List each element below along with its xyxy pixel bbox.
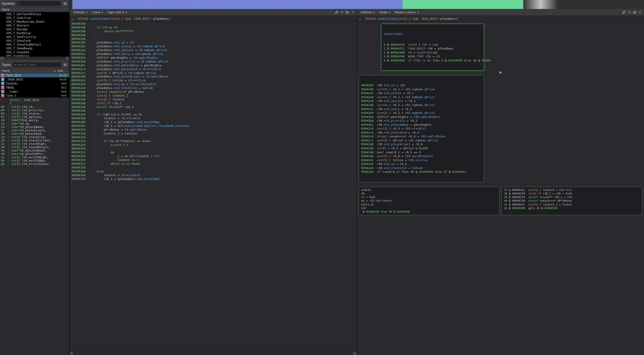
view-dropdown[interactable]: Medium Level IL▼ <box>393 10 421 15</box>
scroll-right-icon[interactable] <box>353 352 356 355</box>
types-menu-icon[interactable] <box>63 63 68 67</box>
struct-field[interactable]: 10 FUNCPTR td_entry; <box>0 119 69 122</box>
graph-line[interactable]: 050429c r30->td_status = r0_1 <box>361 91 482 95</box>
struct-field[interactable]: 44 int32_t td_errorStatus; <box>0 162 69 166</box>
code-line[interactable]: 00504294pTaskDesc->td_id = r3 <box>70 41 357 45</box>
struct-field[interactable]: 24 int32_t td_stackSize; <box>0 135 69 139</box>
struct-field[interactable]: 0c int32_t td_options; <box>0 115 69 119</box>
code-line[interactable]: 005042e8 lockCnt = r3->lockCnt <box>70 173 357 177</box>
symbol-item[interactable]: VOS_T_GetTaskIDInSys <box>0 12 69 16</box>
types-col-size[interactable]: Size <box>56 68 69 73</box>
scroll-right-icon[interactable] <box>66 57 69 60</box>
view-dropdown[interactable]: VxWorks▼ <box>359 10 377 15</box>
symbols-list[interactable]: Name VOS_T_GetTaskIDInSysVOS_T_IsActiveV… <box>0 7 69 57</box>
code-line[interactable]: 005042e8struct semaphore* pPriMutex <box>70 90 357 94</box>
graph-line[interactable]: 2 @ 00504280 r3 = taskTcb(tid) <box>384 51 482 55</box>
graph-line[interactable]: 05042cc uint32_t qPriv2 = r31->qNode.qPr… <box>361 139 482 143</box>
struct-field[interactable]: 14 char* td_sp; <box>0 122 69 125</box>
code-line[interactable]: 0050429cpTaskDesc->td_status = r3->qNode… <box>70 45 357 49</box>
graph-line[interactable]: 38 @ 005042f0 int32_t* r28_1 = r30 + 0x4… <box>504 192 640 195</box>
view-dropdown[interactable]: Graph▼ <box>378 10 392 15</box>
graph-node-right[interactable]: 37 @ 005042ec uint32_t lockCnt = r31->lo… <box>502 187 642 215</box>
graph-line[interactable]: 40 @ 005042f8 struct semaphore* pPriMute… <box>504 199 640 203</box>
code-line[interactable]: 0050432c while (i == 0xee) <box>70 162 357 166</box>
graph-line[interactable]: @ 0x504330 else 59 @ 0x504320 <box>361 210 497 214</box>
symbol-item[interactable]: VOS_T_ShowTaskDetail <box>0 43 69 46</box>
feature-map[interactable] <box>70 0 644 9</box>
code-line[interactable]: 0050432c do <box>70 151 357 154</box>
graph-line[interactable]: 05042ac r30->td_entry = r0_2 <box>361 107 482 111</box>
code-line[interactable]: 00504308 r28_1 = &pTaskDesc->td_excStkMg… <box>70 120 357 124</box>
close-icon[interactable]: ✕ <box>350 10 355 15</box>
link-icon[interactable]: 🔗 <box>334 10 339 15</box>
pane-menu-icon[interactable] <box>632 11 637 14</box>
symbols-search[interactable]: ⌕ <box>16 1 61 6</box>
graph-line[interactable]: 41 @ 005042fc uint32_t lockCnt_1 = lockC… <box>504 203 640 206</box>
graph-line[interactable]: 4 @ 00504288 if (r31 != 0) then 5 @ 0x50… <box>384 59 482 63</box>
code-line[interactable]: 005042ccuint32_t qPriv2 = r3->qNode.qPri… <box>70 71 357 75</box>
mlil-func-sig[interactable]: ↻ STATUS taskInfoGet(int32_t tid, TASK_D… <box>357 16 644 22</box>
split-icon[interactable]: ⧉ <box>627 10 632 15</box>
pane-menu-icon[interactable] <box>345 11 350 14</box>
refresh-icon[interactable]: ↻ <box>359 18 361 21</box>
code-line[interactable]: 005042dcuint32_t tslice = r3->tslice <box>70 79 357 83</box>
graph-line[interactable]: 39 @ 005042f4 struct dlnode** r29_1 = r3… <box>504 195 640 199</box>
code-line[interactable]: 00504288 return 0xffffffff <box>70 30 357 33</box>
type-row[interactable]: Ttime_t0x4 <box>0 94 69 98</box>
hlil-func-sig[interactable]: ↻ STATUS taskInfoGet(int32_t tid, TASK_D… <box>70 16 357 22</box>
graph-line[interactable]: 05042a8 uint32_t r0_2 = r31->qNode.qPriv… <box>361 103 482 107</box>
struct-field[interactable]: 28 int32_t td_stackCurrent; <box>0 139 69 142</box>
sort-icon[interactable]: ▲ <box>54 69 56 72</box>
code-line[interactable]: 005042a4pTaskDesc->td_options = r3->qNod… <box>70 49 357 52</box>
graph-line[interactable]: 3 @ 00504284 WIND_TCB* r31 = r3 <box>384 55 482 59</box>
code-line[interactable]: 00504320 i = zx.d(*(lockCnt + 1)) <box>70 154 357 158</box>
code-line[interactable]: 005042e8if ((qPriv2 & 0x100) == 0) <box>70 113 357 117</box>
graph-line[interactable]: 05042bc r30->td_pStackBase = pAccRights <box>361 123 482 127</box>
struct-field[interactable]: 30 int32_t td_stackMargin; <box>0 145 69 149</box>
struct-field[interactable]: 2c int32_t td_stackHigh; <box>0 142 69 145</box>
code-line[interactable]: 00504320 <box>70 147 357 151</box>
type-row[interactable]: S__timer0x0 <box>0 89 69 94</box>
graph-line[interactable]: 05042e4 r30->td_stackSize = tslice <box>361 166 482 170</box>
code-line[interactable]: 00504320 if (zx.d(*lockCnt) == 0xee) <box>70 139 357 143</box>
code-line[interactable]: 005042e8struct dlnode** r29_1 <box>70 105 357 109</box>
graph-line[interactable]: 31 + 0xdc <box>361 195 497 199</box>
struct-field[interactable]: 08 int32_t td_status; <box>0 112 69 115</box>
code-line[interactable]: 005042e8uint32_t lockCnt <box>70 98 357 102</box>
types-search[interactable]: ⌕ <box>12 62 61 67</box>
graph-line[interactable]: 05042d4 int32_t r0_5 = qPriv2 & 0x100 <box>361 146 482 150</box>
code-line[interactable]: 005042e8uint32_t lockCnt_1 <box>70 94 357 98</box>
graph-line[interactable]: ockCnt <box>361 188 497 192</box>
struct-field[interactable]: 38 char* td_pExcStkPtr; <box>0 152 69 156</box>
symbol-item[interactable]: VOS_T_Suspend <box>0 50 69 54</box>
graph-line[interactable]: 0504294 r30->td_id = r31 <box>361 83 482 87</box>
graph-line[interactable]: 0504298 uint32_t r0_1 = r31->qNode.qPriv… <box>361 87 482 92</box>
symbol-item[interactable]: VOS_T_SomeReady <box>0 46 69 50</box>
code-line[interactable]: 005042e8else <box>70 170 357 173</box>
graph-line[interactable]: 05042a4 r30->td_options = r9_1 <box>361 99 482 103</box>
split-icon[interactable]: ⧉ <box>340 10 344 15</box>
struct-field[interactable]: 18 char* td_pStackBase; <box>0 125 69 129</box>
code-line[interactable]: 0050430c r29_1 = &r3->selectSem.objCore.… <box>70 124 357 128</box>
symbols-hscroll[interactable] <box>0 57 69 60</box>
mlil-graph[interactable]: taskInfoGet: 0 @ 00504278 int32_t r27 = … <box>357 22 644 355</box>
code-line[interactable]: 00504308 lockCnt = r3->lockCnt <box>70 117 357 120</box>
symbol-item[interactable]: VOS_T_SetPriority <box>0 35 69 39</box>
code-line[interactable]: 005042d0pTaskDesc->td_pStackLimit = r3->… <box>70 75 357 79</box>
scroll-left-icon[interactable] <box>0 57 4 60</box>
struct-field[interactable]: 04 int32_t td_priority; <box>0 109 69 112</box>
code-line[interactable]: 005042f0 r28_1 = &pTaskDesc->td_excStkMg… <box>70 177 357 181</box>
symbols-col-name[interactable]: Name <box>0 7 69 12</box>
struct-field[interactable]: 40 int32_t td_excStkMgn; <box>0 159 69 162</box>
graph-line[interactable]: kCnt].b) <box>361 203 497 206</box>
link-icon[interactable]: 🔗 <box>622 10 626 15</box>
view-dropdown[interactable]: Linear▼ <box>90 10 105 15</box>
symbol-item[interactable]: VOS_T_Resume <box>0 27 69 31</box>
types-search-input[interactable] <box>17 63 60 66</box>
types-col-name[interactable]: Name <box>0 68 54 73</box>
graph-line[interactable]: 05042b0 uint32_t r9_2 = r31->qNode.qPriv… <box>361 111 482 115</box>
symbol-item[interactable]: VOS_T_MaxRuntime_Reset <box>0 20 69 24</box>
graph-line[interactable]: 05042c8 struct semaphore* r0_4 = r31->pP… <box>361 135 482 139</box>
graph-line[interactable]: 05042d8 uint32_t r0_6 = r31->priMutexCnt <box>361 154 482 158</box>
type-row[interactable]: S_TASK_DESC0x70 <box>0 77 69 81</box>
